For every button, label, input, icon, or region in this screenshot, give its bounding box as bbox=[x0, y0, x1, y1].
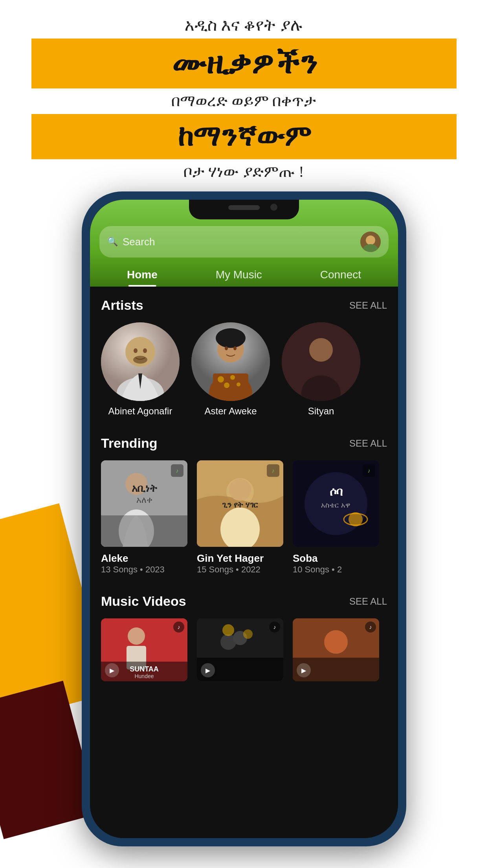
video-logo-2: ♪ bbox=[269, 622, 280, 633]
svg-text:አስቴር አዋ: አስቴር አዋ bbox=[321, 501, 350, 509]
app-content: 🔍 Search bbox=[90, 200, 398, 838]
svg-text:አቢነት: አቢነት bbox=[132, 482, 158, 494]
artist-item-1[interactable]: Abinet Agonafir bbox=[101, 322, 180, 417]
video-item-2[interactable]: ♪ ▶ bbox=[197, 618, 283, 681]
artist-name-1: Abinet Agonafir bbox=[108, 406, 172, 417]
notch-camera bbox=[270, 204, 277, 211]
tab-connect[interactable]: Connect bbox=[312, 263, 369, 287]
album-cover-3: ሶባ አስቴር አዋ ♪ bbox=[293, 460, 379, 547]
phone-mockup: 🔍 Search bbox=[83, 193, 405, 845]
phone-inner: 🔍 Search bbox=[90, 200, 398, 838]
svg-text:ሶባ: ሶባ bbox=[330, 485, 343, 498]
search-placeholder: Search bbox=[123, 236, 356, 248]
svg-point-19 bbox=[233, 346, 237, 350]
svg-point-12 bbox=[218, 376, 224, 383]
artist-name-2: Aster Aweke bbox=[205, 406, 257, 417]
svg-point-13 bbox=[230, 375, 235, 380]
music-videos-section: Music Videos SEE ALL bbox=[90, 583, 398, 681]
album-title-2: Gin Yet Hager bbox=[197, 552, 283, 565]
album-meta-2: 15 Songs • 2022 bbox=[197, 565, 283, 575]
artist-item-3[interactable]: Sityan bbox=[282, 322, 360, 417]
video-thumb-2: ♪ ▶ bbox=[197, 618, 283, 681]
svg-point-54 bbox=[324, 630, 348, 654]
artist-name-3: Sityan bbox=[308, 406, 334, 417]
album-item-1[interactable]: አቢነት አለቀ ♪ Aleke 13 Songs • 2023 bbox=[101, 460, 187, 575]
album-title-3: Soba bbox=[293, 552, 379, 565]
album-cover-1: አቢነት አለቀ ♪ bbox=[101, 460, 187, 547]
search-bar[interactable]: 🔍 Search bbox=[99, 226, 389, 257]
album-meta-1: 13 Songs • 2023 bbox=[101, 565, 187, 575]
trending-title: Trending bbox=[101, 436, 158, 451]
svg-text:Hundee: Hundee bbox=[134, 673, 154, 679]
album-logo-1: ♪ bbox=[171, 464, 183, 477]
video-thumb-3: ♪ ▶ bbox=[293, 618, 379, 681]
music-videos-header: Music Videos SEE ALL bbox=[101, 594, 387, 609]
svg-point-8 bbox=[133, 356, 147, 364]
svg-point-51 bbox=[243, 629, 253, 639]
svg-point-1 bbox=[366, 235, 375, 245]
search-icon: 🔍 bbox=[107, 237, 118, 247]
svg-rect-27 bbox=[101, 515, 187, 547]
svg-point-32 bbox=[229, 479, 251, 501]
svg-point-15 bbox=[237, 383, 240, 386]
svg-point-42 bbox=[128, 627, 145, 645]
top-banner: አዲስ እና ቆየት ያሉ ሙዚቃዎችን በማወረድ ወይም በቀጥታ ከማንኛ… bbox=[0, 0, 488, 193]
svg-point-6 bbox=[134, 348, 138, 353]
svg-text:አለቀ: አለቀ bbox=[136, 495, 152, 505]
tab-home[interactable]: Home bbox=[119, 263, 165, 287]
app-main-content: Artists SEE ALL bbox=[90, 287, 398, 838]
artists-see-all[interactable]: SEE ALL bbox=[349, 300, 387, 311]
album-title-1: Aleke bbox=[101, 552, 187, 565]
banner-line1: አዲስ እና ቆየት ያሉ bbox=[31, 16, 457, 35]
play-button-3[interactable]: ▶ bbox=[297, 663, 311, 677]
album-cover-2: ጊን የት ሃገር ♪ bbox=[197, 460, 283, 547]
play-button-2[interactable]: ▶ bbox=[201, 663, 215, 677]
play-button-1[interactable]: ▶ bbox=[105, 663, 119, 677]
nav-tabs: Home My Music Connect bbox=[90, 263, 398, 287]
album-item-3[interactable]: ሶባ አስቴር አዋ ♪ Soba 10 Songs • 2 bbox=[293, 460, 379, 575]
album-meta-3: 10 Songs • 2 bbox=[293, 565, 379, 575]
svg-point-40 bbox=[349, 512, 363, 526]
video-item-1[interactable]: SUNTAA Hundee ♪ ▶ bbox=[101, 618, 187, 681]
user-avatar[interactable] bbox=[360, 232, 381, 252]
svg-text:ጊን የት ሃገር: ጊን የት ሃገር bbox=[222, 500, 258, 509]
banner-line3: በማወረድ ወይም በቀጥታ bbox=[31, 92, 457, 110]
videos-row: SUNTAA Hundee ♪ ▶ bbox=[101, 618, 387, 681]
artists-title: Artists bbox=[101, 298, 143, 313]
artists-section-header: Artists SEE ALL bbox=[101, 298, 387, 313]
notch-speaker bbox=[228, 205, 260, 210]
artist-avatar-2 bbox=[191, 322, 270, 401]
banner-line4: ከማንኛውም bbox=[31, 114, 457, 159]
artist-avatar-1 bbox=[101, 322, 180, 401]
trending-see-all[interactable]: SEE ALL bbox=[349, 438, 387, 449]
svg-text:SUNTAA: SUNTAA bbox=[130, 665, 159, 673]
video-item-3[interactable]: ♪ ▶ bbox=[293, 618, 379, 681]
svg-point-14 bbox=[224, 383, 229, 388]
video-thumb-1: SUNTAA Hundee ♪ ▶ bbox=[101, 618, 187, 681]
artists-row: Abinet Agonafir bbox=[101, 322, 387, 417]
banner-line2: ሙዚቃዎችን bbox=[31, 39, 457, 88]
svg-point-18 bbox=[225, 346, 228, 350]
video-logo-1: ♪ bbox=[173, 622, 184, 633]
svg-point-17 bbox=[216, 328, 246, 348]
artist-item-2[interactable]: Aster Aweke bbox=[191, 322, 270, 417]
artist-avatar-3 bbox=[282, 322, 360, 401]
svg-point-7 bbox=[143, 348, 147, 353]
album-logo-3: ♪ bbox=[363, 464, 375, 477]
trending-row: አቢነት አለቀ ♪ Aleke 13 Songs • 2023 bbox=[101, 460, 387, 575]
music-videos-title: Music Videos bbox=[101, 594, 186, 609]
album-item-2[interactable]: ጊን የት ሃገር ♪ Gin Yet Hager 15 Songs • 202… bbox=[197, 460, 283, 575]
music-videos-see-all[interactable]: SEE ALL bbox=[349, 596, 387, 607]
banner-line5: ቦታ ሃነው ያድምጡ ! bbox=[31, 162, 457, 181]
svg-point-50 bbox=[222, 624, 234, 636]
phone-frame: 🔍 Search bbox=[83, 193, 405, 845]
trending-section-header: Trending SEE ALL bbox=[101, 436, 387, 451]
album-logo-2: ♪ bbox=[267, 464, 279, 477]
tab-my-music[interactable]: My Music bbox=[208, 263, 270, 287]
trending-section: Trending SEE ALL bbox=[90, 425, 398, 575]
artists-section: Artists SEE ALL bbox=[90, 287, 398, 417]
svg-point-21 bbox=[309, 338, 333, 362]
video-logo-3: ♪ bbox=[365, 622, 376, 633]
phone-notch bbox=[189, 200, 299, 219]
